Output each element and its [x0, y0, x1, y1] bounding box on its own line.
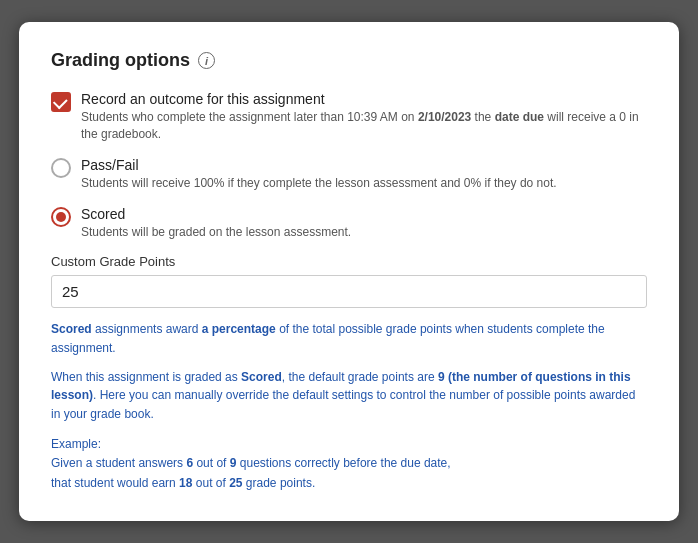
radio-scored[interactable]	[51, 207, 71, 227]
option-scored[interactable]: Scored Students will be graded on the le…	[51, 206, 647, 241]
option-passfail-content: Pass/Fail Students will receive 100% if …	[81, 157, 557, 192]
info-block-2: When this assignment is graded as Scored…	[51, 368, 647, 424]
info-block-1: Scored assignments award a percentage of…	[51, 320, 647, 357]
option-record-desc: Students who complete the assignment lat…	[81, 109, 647, 143]
example-block: Example: Given a student answers 6 out o…	[51, 435, 647, 493]
grade-input[interactable]	[51, 275, 647, 308]
option-scored-content: Scored Students will be graded on the le…	[81, 206, 351, 241]
checkbox-record[interactable]	[51, 92, 71, 112]
option-record-content: Record an outcome for this assignment St…	[81, 91, 647, 143]
radio-scored-inner	[56, 212, 66, 222]
title-row: Grading options i	[51, 50, 647, 71]
example-label: Example:	[51, 437, 101, 451]
option-record[interactable]: Record an outcome for this assignment St…	[51, 91, 647, 143]
option-scored-label: Scored	[81, 206, 351, 222]
option-passfail-label: Pass/Fail	[81, 157, 557, 173]
page-title: Grading options	[51, 50, 190, 71]
custom-grade-label: Custom Grade Points	[51, 254, 647, 269]
grading-options-card: Grading options i Record an outcome for …	[19, 22, 679, 521]
option-passfail-desc: Students will receive 100% if they compl…	[81, 175, 557, 192]
option-record-label: Record an outcome for this assignment	[81, 91, 647, 107]
option-passfail[interactable]: Pass/Fail Students will receive 100% if …	[51, 157, 647, 192]
option-scored-desc: Students will be graded on the lesson as…	[81, 224, 351, 241]
radio-passfail[interactable]	[51, 158, 71, 178]
info-icon[interactable]: i	[198, 52, 215, 69]
